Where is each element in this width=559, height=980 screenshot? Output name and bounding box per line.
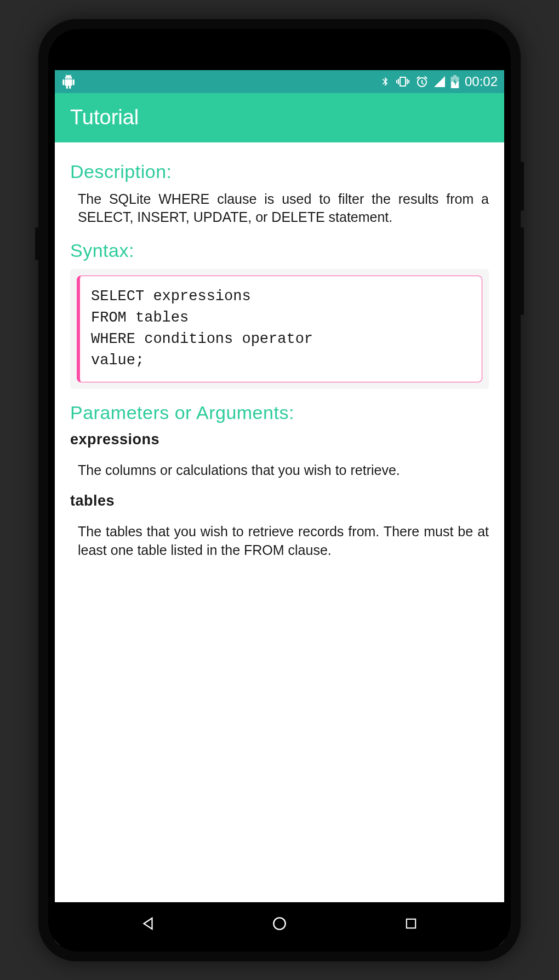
svg-rect-1 — [407, 919, 415, 927]
param-name-expressions: expressions — [70, 431, 489, 448]
bluetooth-icon — [380, 75, 390, 88]
syntax-code-block: SELECT expressions FROM tables WHERE con… — [70, 269, 489, 389]
screen: 00:02 Tutorial Description: The SQLite W… — [55, 70, 504, 945]
alarm-icon — [415, 75, 429, 88]
svg-point-0 — [273, 918, 285, 929]
battery-icon — [450, 75, 459, 88]
phone-side-button — [35, 227, 38, 260]
phone-frame: 00:02 Tutorial Description: The SQLite W… — [38, 19, 521, 961]
parameters-heading: Parameters or Arguments: — [70, 402, 489, 423]
description-text: The SQLite WHERE clause is used to filte… — [70, 190, 489, 227]
android-icon — [61, 74, 76, 89]
app-title: Tutorial — [70, 106, 139, 129]
param-desc-expressions: The columns or calculations that you wis… — [70, 461, 489, 480]
vibrate-icon — [396, 75, 410, 88]
signal-icon — [434, 76, 445, 87]
content-area[interactable]: Description: The SQLite WHERE clause is … — [55, 142, 504, 902]
syntax-code: SELECT expressions FROM tables WHERE con… — [77, 276, 482, 382]
phone-volume-button — [521, 227, 524, 315]
status-time: 00:02 — [465, 74, 498, 89]
syntax-heading: Syntax: — [70, 240, 489, 261]
app-bar: Tutorial — [55, 93, 504, 142]
description-heading: Description: — [70, 161, 489, 182]
recents-button[interactable] — [400, 913, 422, 935]
navigation-bar — [55, 902, 504, 945]
home-button[interactable] — [269, 913, 290, 935]
back-button[interactable] — [137, 913, 159, 935]
param-desc-tables: The tables that you wish to retrieve rec… — [70, 523, 489, 560]
status-bar: 00:02 — [55, 70, 504, 93]
param-name-tables: tables — [70, 492, 489, 509]
phone-power-button — [521, 162, 524, 211]
